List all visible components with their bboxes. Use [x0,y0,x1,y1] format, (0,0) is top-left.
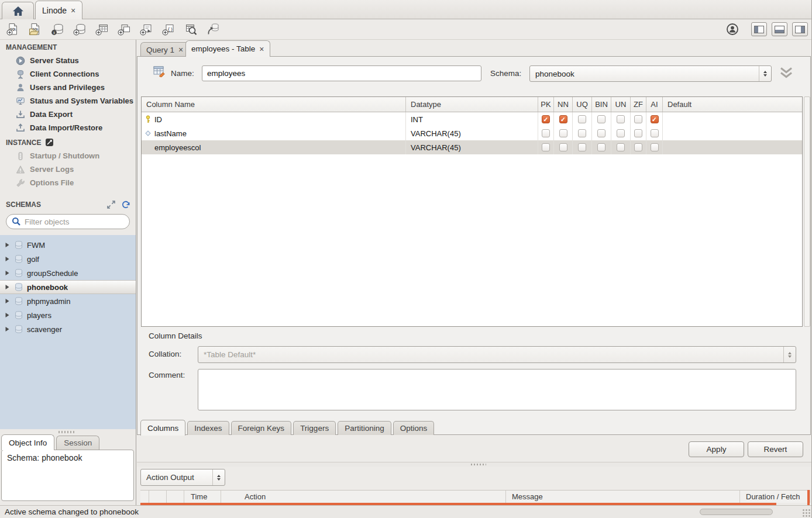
close-icon[interactable]: × [178,46,183,54]
editor-tab-query1[interactable]: Query 1 × [140,42,189,57]
expander-icon[interactable] [5,256,11,262]
tab-session[interactable]: Session [56,436,99,450]
column-name-cell[interactable]: employeescol [142,140,406,154]
flag-cell-bin[interactable] [592,140,611,154]
expander-icon[interactable] [5,326,11,332]
open-sql-script-icon[interactable]: SQL [27,21,43,37]
schema-item-golf[interactable]: golf [0,252,136,266]
default-cell[interactable] [663,140,802,154]
sidebar-item-startup-shutdown[interactable]: Startup / Shutdown [0,149,136,163]
flag-cell-pk[interactable] [538,126,554,140]
horizontal-splitter[interactable] [137,462,811,467]
tab-foreign-keys[interactable]: Foreign Keys [231,421,292,435]
flag-cell-ai[interactable] [646,140,663,154]
column-name-cell[interactable]: lastName [142,126,406,140]
schema-filter-box[interactable] [6,214,130,229]
sidebar-item-data-import-restore[interactable]: Data Import/Restore [0,121,136,134]
column-name-cell[interactable]: ID [142,112,406,126]
expander-icon[interactable] [5,242,11,248]
zf-checkbox[interactable] [634,143,642,151]
collation-select[interactable]: *Table Default* [198,346,796,363]
comment-textarea[interactable] [198,369,796,410]
table-row[interactable]: employeescolVARCHAR(45) [142,140,802,154]
flag-cell-pk[interactable] [538,140,554,154]
flag-cell-un[interactable] [611,140,631,154]
collapse-header-chevron-icon[interactable] [779,67,794,78]
output-view-select[interactable]: Action Output [140,469,225,486]
schema-select[interactable]: phonebook [529,65,772,82]
flag-cell-un[interactable] [611,126,631,140]
table-name-input[interactable] [202,65,481,81]
create-view-icon[interactable] [116,21,132,37]
toggle-bottom-panel-icon[interactable] [772,22,787,36]
schema-item-players[interactable]: players [0,308,136,322]
tab-triggers[interactable]: Triggers [293,421,336,435]
flag-cell-zf[interactable] [631,126,646,140]
zf-checkbox[interactable] [634,129,642,137]
flag-cell-uq[interactable] [573,112,592,126]
create-routine-icon[interactable] [138,21,154,37]
schema-item-scavenger[interactable]: scavenger [0,322,136,336]
datatype-cell[interactable]: VARCHAR(45) [406,126,538,140]
uq-checkbox[interactable] [578,143,586,151]
schema-item-phpmyadmin[interactable]: phpmyadmin [0,294,136,308]
flag-cell-uq[interactable] [573,140,592,154]
un-checkbox[interactable] [617,115,625,123]
reconnect-database-icon[interactable] [205,21,221,37]
database-info-icon[interactable]: i [49,21,66,37]
flag-cell-bin[interactable] [592,112,611,126]
flag-cell-zf[interactable] [631,112,646,126]
pk-checkbox[interactable] [542,129,550,137]
table-inspector-icon[interactable] [183,21,199,37]
output-horizontal-scrollbar[interactable] [700,509,773,515]
datatype-cell[interactable]: VARCHAR(45) [406,140,538,154]
expand-panel-icon[interactable] [106,200,116,209]
nn-checkbox[interactable] [559,143,567,151]
stepper-icon[interactable] [783,347,796,362]
refresh-schemas-icon[interactable] [121,200,130,209]
table-row[interactable]: lastNameVARCHAR(45) [142,126,802,140]
flag-cell-zf[interactable] [631,140,646,154]
flag-cell-ai[interactable] [646,126,663,140]
uq-checkbox[interactable] [578,129,586,137]
expander-icon[interactable] [5,284,11,290]
expander-icon[interactable] [5,298,11,304]
window-resize-grip-icon[interactable] [802,509,810,517]
toggle-right-panel-icon[interactable] [792,22,808,36]
splitter-handle-icon[interactable] [471,464,486,465]
table-row[interactable]: IDINT✓✓✓ [142,112,802,126]
tab-columns[interactable]: Columns [140,420,185,436]
default-cell[interactable] [663,126,802,140]
ai-checkbox[interactable] [651,129,659,137]
stepper-icon[interactable] [212,469,225,485]
sidebar-item-data-export[interactable]: Data Export [0,108,136,121]
nn-checkbox[interactable] [559,129,567,137]
new-sql-tab-icon[interactable]: SQL [5,21,21,37]
close-icon[interactable]: × [259,45,264,53]
uq-checkbox[interactable] [578,115,586,123]
sidebar-item-users-and-privileges[interactable]: Users and Privileges [0,81,136,94]
sidebar-item-server-status[interactable]: Server Status [0,54,136,67]
schema-item-fwm[interactable]: FWM [0,238,136,252]
pk-checkbox[interactable] [542,143,550,151]
grid-scrollbar[interactable] [804,96,810,327]
ai-checkbox[interactable] [651,143,659,151]
nn-checkbox[interactable]: ✓ [559,115,567,123]
sidebar-item-server-logs[interactable]: Server Logs [0,163,136,176]
flag-cell-uq[interactable] [573,126,592,140]
connection-tab-linode[interactable]: Linode × [35,1,82,19]
bin-checkbox[interactable] [597,129,605,137]
ai-checkbox[interactable]: ✓ [651,115,659,123]
apply-button[interactable]: Apply [689,441,744,457]
sidebar-item-status-and-system-variables[interactable]: Status and System Variables [0,94,136,108]
schema-item-groupschedule[interactable]: groupSchedule [0,266,136,280]
un-checkbox[interactable] [617,129,625,137]
create-function-icon[interactable]: {) [160,21,177,37]
default-cell[interactable] [663,112,802,126]
create-schema-icon[interactable] [71,21,88,37]
expander-icon[interactable] [5,312,11,318]
pk-checkbox[interactable]: ✓ [542,115,550,123]
user-account-icon[interactable] [724,21,741,37]
tab-indexes[interactable]: Indexes [187,421,229,435]
sidebar-item-client-connections[interactable]: Client Connections [0,67,136,81]
